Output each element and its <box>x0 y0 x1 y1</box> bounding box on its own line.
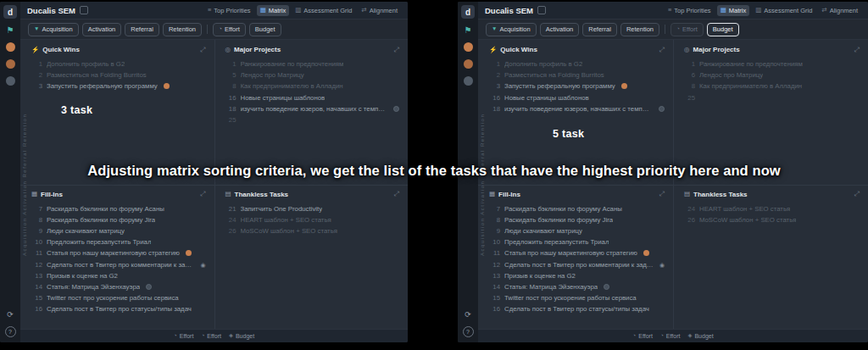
task-row[interactable]: 16 Сделать пост в Твитер про статусы/тип… <box>31 303 206 314</box>
rows-icon: ▤ <box>684 191 690 197</box>
expand-icon[interactable]: ⤢ <box>200 191 205 197</box>
board-badge-icon[interactable] <box>80 6 88 14</box>
task-row[interactable]: 13 Призыв к оценке на G2 <box>31 270 206 281</box>
target-icon: ◎ <box>225 47 231 53</box>
task-row[interactable]: 25 <box>684 92 860 103</box>
task-row[interactable]: 1 Дополнить профиль в G2 <box>31 58 206 69</box>
app-logo[interactable]: d <box>3 5 17 19</box>
nav-tab[interactable]: ▥ Assessment Grid <box>292 5 355 16</box>
task-row[interactable]: 14 Статья: Матрица Эйзенхауэра <box>31 281 206 292</box>
task-row[interactable]: 15 Twitter пост про ускорение работы сер… <box>31 292 206 303</box>
task-row[interactable]: 1 Ранжирование по предпочтениям <box>225 58 400 69</box>
sort-criterion[interactable]: ◔ Effort <box>660 333 681 339</box>
sort-criterion[interactable]: ◈ Budget <box>687 333 713 339</box>
avatar[interactable] <box>6 76 15 86</box>
nav-tab[interactable]: ▦ Matrix <box>257 5 290 16</box>
task-row[interactable]: 7 Раскидать бэклинки по форуму Асаны <box>31 203 206 214</box>
avatar[interactable] <box>6 59 15 69</box>
board-flag-icon[interactable]: ⚑ <box>7 26 14 35</box>
task-row[interactable]: 11 Статья про нашу маркетинговую стратег… <box>31 247 206 258</box>
task-row[interactable]: 14 Статья: Матрица Эйзенхауэра <box>489 281 665 292</box>
nav-tab[interactable]: ⇄ Alignment <box>818 5 861 16</box>
nav-tab[interactable]: ▦ Matrix <box>717 5 750 16</box>
task-row[interactable]: 3 Запустить реферальную программу <box>489 81 665 92</box>
tab-icon: ▦ <box>260 7 266 14</box>
filter-chip[interactable]: ▼ Acquisition <box>28 23 79 36</box>
expand-icon[interactable]: ⤢ <box>394 47 399 53</box>
task-row[interactable]: 18 изучить поведение юзеров, начавших с … <box>489 103 665 114</box>
task-row[interactable]: 16 Новые страницы шаблонов <box>225 92 400 103</box>
task-row[interactable]: 8 Как предпринимателю в Алладин <box>684 81 860 92</box>
criteria-chip[interactable]: ◔ Effort <box>670 23 704 36</box>
task-row[interactable]: 25 <box>225 114 400 125</box>
criterion-icon: ◔ <box>632 333 636 339</box>
task-row[interactable]: 12 Сделать пост в Твитер про комментарии… <box>489 258 665 269</box>
criteria-chip[interactable]: Budget <box>249 23 281 36</box>
task-row[interactable]: 11 Статья про нашу маркетинговую стратег… <box>489 247 665 258</box>
sort-criterion[interactable]: ◈ Budget <box>229 333 254 339</box>
task-row[interactable]: 21 Запитчить One Productivity <box>225 203 400 214</box>
task-row[interactable]: 24 HEART шаблон + SEO статья <box>684 203 860 214</box>
expand-icon[interactable]: ⤢ <box>854 47 860 53</box>
task-row[interactable]: 12 Сделать пост в Твитер про комментарии… <box>31 258 206 269</box>
avatar[interactable] <box>6 42 15 52</box>
task-row[interactable]: 13 Призыв к оценке на G2 <box>489 270 665 281</box>
filter-chip[interactable]: Activation <box>82 23 122 36</box>
tab-label: Top Priorities <box>674 7 710 14</box>
sort-criterion[interactable]: ◔ Effort <box>632 333 653 339</box>
task-row[interactable]: 9 Люди скачивают матрицу <box>31 225 206 236</box>
nav-tab[interactable]: ▥ Assessment Grid <box>752 5 815 16</box>
task-row[interactable]: 16 Новые страницы шаблонов <box>489 92 665 103</box>
task-row[interactable]: 6 Лендос про Матрицу <box>684 69 860 81</box>
task-row[interactable]: 8 Как предпринимателю в Алладин <box>225 81 400 92</box>
expand-icon[interactable]: ⤢ <box>854 191 860 197</box>
task-row[interactable]: 2 Разместиться на Folding Burritos <box>489 69 665 81</box>
task-title: Ранжирование по предпочтениям <box>699 60 803 68</box>
expand-icon[interactable]: ⤢ <box>200 47 205 53</box>
avatar[interactable] <box>464 76 473 86</box>
sort-criterion[interactable]: ◔ Effort <box>174 333 194 339</box>
nav-tab[interactable]: ≡ Top Priorities <box>204 5 254 16</box>
expand-icon[interactable]: ⤢ <box>659 47 665 53</box>
nav-tab[interactable]: ⇄ Alignment <box>358 5 401 16</box>
task-row[interactable]: 18 изучить поведение юзеров, начавших с … <box>225 103 400 114</box>
task-row[interactable]: 26 MoSCoW шаблон + SEO статья <box>225 225 400 236</box>
expand-icon[interactable]: ⤢ <box>659 191 665 197</box>
filter-chip[interactable]: Retention <box>620 23 659 36</box>
criteria-chip[interactable]: Budget <box>707 23 739 36</box>
board-flag-icon[interactable]: ⚑ <box>465 26 472 35</box>
avatar[interactable] <box>464 42 473 52</box>
task-row[interactable]: 8 Раскидать бэклинки по форуму Jira <box>31 214 206 225</box>
task-row[interactable]: 7 Раскидать бэклинки по форуму Асаны <box>489 203 665 214</box>
task-row[interactable]: 8 Раскидать бэклинки по форуму Jira <box>489 214 665 225</box>
filter-chip[interactable]: Referral <box>125 23 159 36</box>
task-row[interactable]: 9 Люди скачивают матрицу <box>489 225 665 236</box>
task-row[interactable]: 2 Разместиться на Folding Burritos <box>31 69 206 81</box>
filter-chip[interactable]: Retention <box>163 23 202 36</box>
board-badge-icon[interactable] <box>537 6 546 14</box>
task-row[interactable]: 16 Сделать пост в Твитер про статусы/тип… <box>489 303 665 314</box>
task-row[interactable]: 15 Twitter пост про ускорение работы сер… <box>489 292 665 303</box>
task-row[interactable]: 24 HEART шаблон + SEO статья <box>225 214 400 225</box>
nav-tab[interactable]: ≡ Top Priorities <box>665 5 715 16</box>
avatar[interactable] <box>464 59 473 69</box>
app-logo[interactable]: d <box>461 5 475 19</box>
filter-chip[interactable]: Referral <box>582 23 617 36</box>
task-row[interactable]: 5 Лендос про Матрицу <box>225 69 400 81</box>
filter-chip[interactable]: Activation <box>540 23 580 36</box>
task-row[interactable]: 1 Ранжирование по предпочтениям <box>684 58 860 69</box>
help-icon[interactable]: ? <box>5 326 16 337</box>
filter-chip[interactable]: ▼ Acquisition <box>486 23 537 36</box>
task-row[interactable]: 10 Предложить перезапустить Триал <box>489 236 665 247</box>
task-row[interactable]: 1 Дополнить профиль в G2 <box>489 58 665 69</box>
task-row[interactable]: 3 Запустить реферальную программу <box>31 81 206 92</box>
sort-criterion[interactable]: ◔ Effort <box>201 333 221 339</box>
help-icon[interactable]: ? <box>463 326 474 337</box>
task-title: Предложить перезапустить Триал <box>504 238 609 246</box>
sync-icon[interactable]: ⟳ <box>7 311 14 319</box>
task-row[interactable]: 26 MoSCoW шаблон + SEO статья <box>684 214 860 225</box>
expand-icon[interactable]: ⤢ <box>394 191 399 197</box>
criteria-chip[interactable]: ◔ Effort <box>213 23 246 36</box>
sync-icon[interactable]: ⟳ <box>465 311 471 319</box>
task-row[interactable]: 10 Предложить перезапустить Триал <box>31 236 206 247</box>
